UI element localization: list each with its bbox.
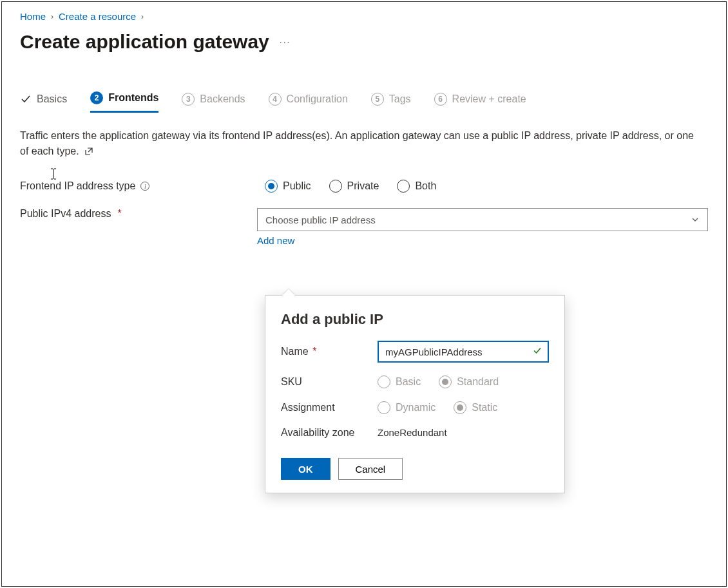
step-number-badge: 5 bbox=[371, 93, 384, 106]
radio-label: Basic bbox=[396, 376, 421, 388]
tab-backends[interactable]: 3 Backends bbox=[182, 91, 245, 113]
radio-sku-basic: Basic bbox=[378, 375, 421, 388]
popup-assignment-label: Assignment bbox=[281, 402, 378, 413]
radio-label: Both bbox=[415, 180, 436, 192]
radio-label: Private bbox=[347, 180, 379, 192]
frontend-ip-type-radio-group: Public Private Both bbox=[265, 180, 708, 193]
tab-tags[interactable]: 5 Tags bbox=[371, 91, 411, 113]
step-number-badge: 2 bbox=[90, 91, 103, 104]
availability-zone-value: ZoneRedundant bbox=[378, 427, 447, 438]
tab-label: Tags bbox=[389, 93, 411, 105]
tab-label: Basics bbox=[37, 93, 67, 105]
breadcrumb: Home › Create a resource › bbox=[20, 11, 708, 22]
page-title: Create application gateway bbox=[20, 31, 269, 53]
public-ip-name-input[interactable] bbox=[384, 346, 524, 358]
public-ipv4-label: Public IPv4 address bbox=[20, 208, 111, 220]
step-number-badge: 4 bbox=[269, 93, 282, 106]
popup-name-label: Name bbox=[281, 346, 309, 357]
cancel-button[interactable]: Cancel bbox=[338, 458, 403, 480]
public-ip-select[interactable]: Choose public IP address bbox=[257, 208, 708, 231]
select-placeholder: Choose public IP address bbox=[265, 214, 376, 225]
external-link-icon[interactable] bbox=[84, 145, 93, 160]
radio-label: Standard bbox=[457, 376, 499, 388]
popup-title: Add a public IP bbox=[281, 311, 549, 328]
step-number-badge: 3 bbox=[182, 93, 195, 106]
popup-sku-label: SKU bbox=[281, 376, 378, 388]
chevron-right-icon: › bbox=[51, 12, 53, 21]
add-public-ip-popup: Add a public IP Name * SKU bbox=[265, 295, 565, 493]
tab-label: Backends bbox=[200, 93, 245, 105]
radio-assignment-dynamic: Dynamic bbox=[378, 401, 436, 414]
ok-button[interactable]: OK bbox=[281, 458, 330, 480]
text-cursor-icon bbox=[48, 167, 59, 180]
tab-label: Review + create bbox=[452, 93, 526, 105]
radio-public[interactable]: Public bbox=[265, 180, 311, 193]
tab-label: Frontends bbox=[108, 92, 158, 104]
info-icon[interactable]: i bbox=[140, 182, 149, 191]
tab-basics[interactable]: Basics bbox=[20, 91, 67, 113]
radio-assignment-static: Static bbox=[454, 401, 497, 414]
breadcrumb-home[interactable]: Home bbox=[20, 11, 46, 22]
add-new-link[interactable]: Add new bbox=[257, 235, 294, 246]
step-number-badge: 6 bbox=[434, 93, 447, 106]
chevron-down-icon bbox=[691, 215, 700, 224]
required-indicator: * bbox=[312, 346, 316, 357]
more-actions-icon[interactable]: ··· bbox=[280, 37, 291, 47]
radio-both[interactable]: Both bbox=[397, 180, 436, 193]
tab-configuration[interactable]: 4 Configuration bbox=[269, 91, 348, 113]
radio-label: Static bbox=[472, 402, 497, 413]
radio-label: Public bbox=[283, 180, 311, 192]
tab-review-create[interactable]: 6 Review + create bbox=[434, 91, 526, 113]
radio-label: Dynamic bbox=[396, 402, 436, 413]
tab-label: Configuration bbox=[287, 93, 348, 105]
wizard-tabs: Basics 2 Frontends 3 Backends 4 Configur… bbox=[20, 91, 708, 113]
popup-zone-label: Availability zone bbox=[281, 427, 378, 439]
tab-frontends[interactable]: 2 Frontends bbox=[90, 91, 158, 113]
required-indicator: * bbox=[117, 208, 121, 220]
breadcrumb-create-resource[interactable]: Create a resource bbox=[59, 11, 136, 22]
chevron-right-icon: › bbox=[141, 12, 144, 21]
checkmark-icon bbox=[20, 93, 32, 105]
name-input-wrapper bbox=[378, 341, 549, 363]
frontends-description: Traffic enters the application gateway v… bbox=[20, 128, 703, 160]
radio-sku-standard: Standard bbox=[439, 375, 499, 388]
frontend-ip-type-label: Frontend IP address type bbox=[20, 180, 135, 192]
checkmark-icon bbox=[532, 346, 542, 358]
radio-private[interactable]: Private bbox=[329, 180, 379, 193]
